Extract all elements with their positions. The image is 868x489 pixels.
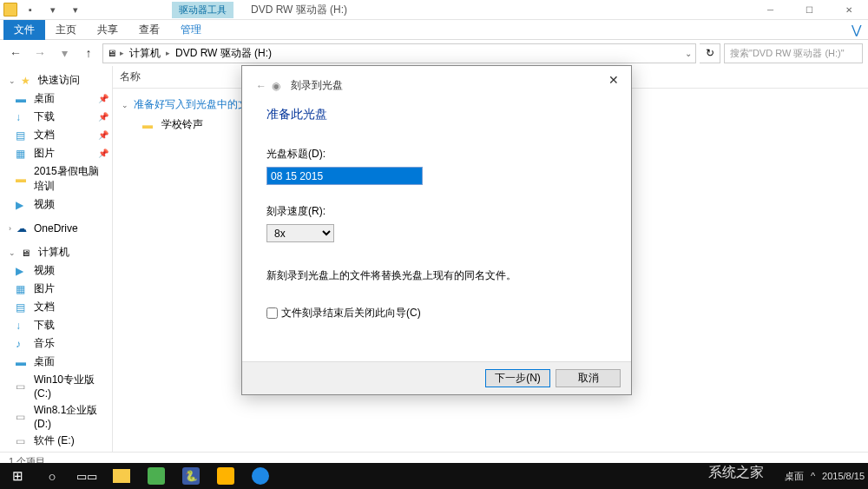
disc-title-label: 光盘标题(D):: [266, 147, 607, 162]
cortana-button[interactable]: [35, 463, 69, 489]
checkbox-input[interactable]: [266, 307, 278, 319]
dialog-header-text: 刻录到光盘: [291, 78, 343, 93]
watermark-text: 系统之家: [708, 464, 764, 482]
task-view-button[interactable]: ▭▭: [69, 463, 104, 489]
dialog-close-button[interactable]: ✕: [605, 71, 622, 89]
cancel-button[interactable]: 取消: [556, 369, 621, 387]
dialog-title: 准备此光盘: [266, 107, 607, 122]
close-wizard-checkbox[interactable]: 文件刻录结束后关闭此向导(C): [266, 306, 607, 320]
taskbar-explorer[interactable]: [113, 469, 130, 483]
speed-select[interactable]: 8x: [266, 224, 334, 242]
back-arrow-icon[interactable]: ←: [256, 80, 266, 92]
burn-dialog: ✕ ← 刻录到光盘 准备此光盘 光盘标题(D): 刻录速度(R): 8x 新刻录…: [241, 65, 632, 395]
speed-label: 刻录速度(R):: [266, 204, 607, 219]
tray-up-icon[interactable]: ^: [811, 471, 815, 481]
dialog-note: 新刻录到光盘上的文件将替换光盘上现有的同名文件。: [266, 268, 607, 283]
dvd-icon: [272, 80, 286, 92]
taskbar-app[interactable]: [217, 467, 234, 485]
dialog-footer: 下一步(N) 取消: [242, 361, 631, 394]
disc-title-input[interactable]: [266, 167, 423, 185]
start-button[interactable]: [0, 463, 35, 489]
taskbar-date[interactable]: 2015/8/15: [822, 471, 865, 481]
taskbar-desktop-label[interactable]: 桌面: [785, 470, 804, 483]
taskbar-app[interactable]: [252, 467, 269, 485]
taskbar-python-icon[interactable]: 🐍: [182, 467, 200, 485]
next-button[interactable]: 下一步(N): [485, 369, 550, 387]
taskbar: ▭▭ 🐍 系统之家 桌面 ^ 2015/8/15: [0, 463, 868, 489]
taskbar-app[interactable]: [148, 467, 165, 485]
